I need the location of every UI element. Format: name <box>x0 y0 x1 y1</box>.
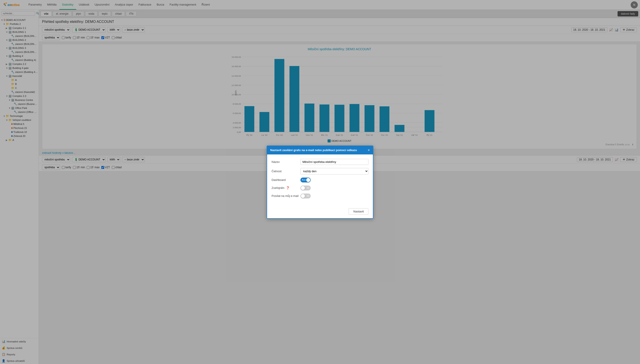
dashboard-toggle-container: Ano <box>300 178 368 182</box>
form-row-dashboard: Dashboard Ano <box>272 178 368 182</box>
modal-overlay: Nastavit zasílání grafu na e-mail nebo p… <box>0 0 640 364</box>
form-row-posilat: Posílat na můj e-mail Ne <box>272 194 368 198</box>
toggle-on-label: Ano <box>302 179 306 181</box>
toggle-knob <box>306 178 310 182</box>
nastavit-button[interactable]: Nastavit <box>349 208 368 215</box>
form-row-zverejnen: Zveřejněn ❓ Ne <box>272 186 368 190</box>
modal-header: Nastavit zasílání grafu na e-mail nebo p… <box>267 146 373 154</box>
dashboard-control: Ano <box>300 178 368 182</box>
modal-close-button[interactable]: × <box>368 148 370 152</box>
help-icon[interactable]: ❓ <box>286 186 290 190</box>
posilat-toggle-container: Ne <box>300 194 368 198</box>
form-row-cetnost: Četnost každý den každý týden každý měsí… <box>272 168 368 174</box>
dashboard-toggle[interactable]: Ano <box>300 178 311 182</box>
zverejnen-control: Ne <box>300 186 368 190</box>
nazev-label: Název <box>272 160 300 164</box>
dashboard-label: Dashboard <box>272 178 300 182</box>
posilat-toggle[interactable]: Ne <box>300 194 311 198</box>
nazev-input[interactable] <box>300 159 368 165</box>
posilat-label: Posílat na můj e-mail <box>272 194 300 198</box>
cetnost-select[interactable]: každý den každý týden každý měsíc <box>300 168 368 174</box>
modal-footer: Nastavit <box>267 206 373 218</box>
zverejnen-label: Zveřejněn ❓ <box>272 186 300 190</box>
posilat-control: Ne <box>300 194 368 198</box>
zverejnen-toggle[interactable]: Ne <box>300 186 311 190</box>
zverejnen-text: Zveřejněn <box>272 186 284 190</box>
cetnost-control: každý den každý týden každý měsíc <box>300 168 368 174</box>
nazev-control <box>300 159 368 165</box>
cetnost-label: Četnost <box>272 170 300 173</box>
toggle-off-label-2: Ne <box>307 195 310 197</box>
modal-body: Název Četnost každý den každý týden každ… <box>267 154 373 206</box>
modal-title: Nastavit zasílání grafu na e-mail nebo p… <box>270 148 357 152</box>
zverejnen-toggle-container: Ne <box>300 186 368 190</box>
toggle-knob <box>301 186 305 190</box>
modal-dialog: Nastavit zasílání grafu na e-mail nebo p… <box>267 146 373 219</box>
toggle-off-label: Ne <box>307 187 310 189</box>
form-row-nazev: Název <box>272 159 368 165</box>
toggle-knob-2 <box>301 194 305 198</box>
